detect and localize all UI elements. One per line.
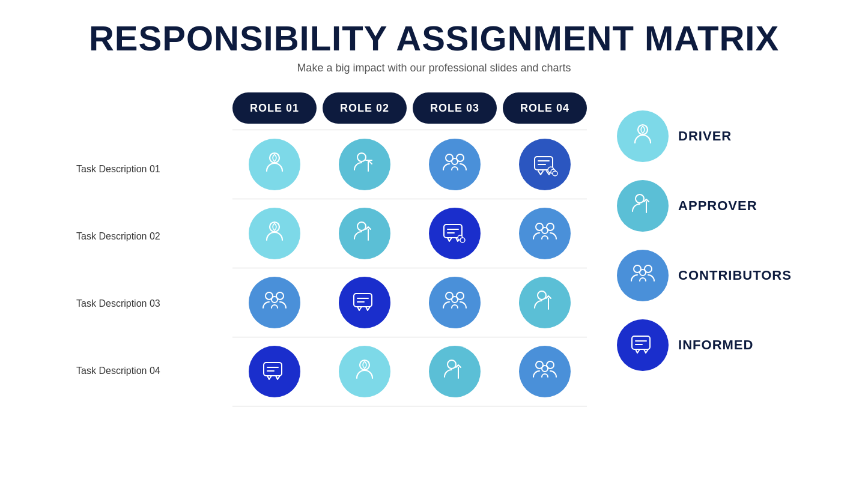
contributors-label: CONTRIBUTORS [678,268,792,283]
approver-icon-circle [519,277,571,328]
informed-label: INFORMED [678,337,753,353]
informed-icon-circle [429,208,481,259]
cell-r3-c3 [413,277,497,328]
svg-point-42 [542,366,548,372]
table-row [232,199,587,268]
contributors-icon-circle [429,139,481,190]
cell-r1-c3 [413,139,497,190]
approver-label: APPROVER [678,198,757,214]
task-label-2: Task Description 02 [76,203,232,270]
table-row [232,268,587,337]
task-label-3: Task Description 03 [76,270,232,337]
informed-icon-circle [339,277,390,328]
contributors-icon-circle [519,346,571,397]
contributors-legend-icon [617,250,669,301]
role-header-1: ROLE 01 [232,92,317,124]
driver-label: DRIVER [678,128,732,144]
page-subtitle: Make a big impact with our professional … [89,62,779,74]
svg-point-11 [553,171,557,176]
cell-r4-c3 [413,346,497,397]
driver-icon-circle [339,346,390,397]
approver-icon-circle [339,208,390,259]
svg-point-1 [357,153,366,161]
role-header-3: ROLE 03 [413,92,497,124]
cell-r4-c4 [503,346,587,397]
informed-icon-circle [249,346,300,397]
cell-r2-c4 [503,208,587,259]
legend-item-informed: INFORMED [617,319,792,371]
matrix-rows [232,130,587,406]
svg-point-32 [538,291,546,300]
page-header: RESPONSIBILITY ASSIGNMENT MATRIX Make a … [89,0,779,80]
cell-r1-c4 [503,139,587,190]
role-headers: ROLE 01 ROLE 02 ROLE 03 ROLE 04 [232,92,587,124]
contributors-icon-circle [249,277,300,328]
cell-r2-c1 [232,208,317,259]
contributors-icon-circle [519,208,571,259]
driver-legend-icon [617,110,669,162]
svg-point-22 [542,227,548,233]
role-header-2: ROLE 02 [323,92,407,124]
svg-point-48 [640,270,646,276]
svg-rect-49 [632,336,650,349]
driver-icon-circle [249,139,300,190]
svg-point-44 [636,194,644,203]
cell-r1-c2 [323,139,407,190]
svg-point-38 [448,360,456,369]
page-title: RESPONSIBILITY ASSIGNMENT MATRIX [89,18,779,58]
svg-point-25 [272,297,278,303]
svg-point-31 [452,297,458,303]
legend: DRIVER APPROVER [587,92,792,371]
cell-r3-c4 [503,277,587,328]
table-row [232,130,587,199]
cell-r2-c2 [323,208,407,259]
task-label-1: Task Description 01 [76,136,232,203]
cell-r3-c1 [232,277,317,328]
cell-r4-c1 [232,346,317,397]
approver-legend-icon [617,180,669,232]
task-labels: Task Description 01 Task Description 02 … [76,92,232,405]
svg-rect-26 [354,294,372,307]
legend-item-approver: APPROVER [617,180,792,232]
role-header-4: ROLE 04 [503,92,587,124]
task-label-4: Task Description 04 [76,337,232,405]
contributors-icon-circle [429,277,481,328]
svg-rect-34 [264,363,282,376]
cell-r1-c1 [232,139,317,190]
approver-icon-circle [429,346,481,397]
driver-icon-circle [249,208,300,259]
approver-icon-circle [339,139,390,190]
svg-point-5 [452,158,458,164]
cell-r4-c2 [323,346,407,397]
matrix-container: ROLE 01 ROLE 02 ROLE 03 ROLE 04 [232,92,587,406]
svg-point-19 [460,238,465,242]
table-row [232,337,587,406]
svg-point-13 [357,222,366,230]
legend-item-driver: DRIVER [617,110,792,162]
informed-icon-circle [519,139,571,190]
legend-item-contributors: CONTRIBUTORS [617,250,792,301]
content-area: Task Description 01 Task Description 02 … [0,92,868,406]
cell-r2-c3 [413,208,497,259]
informed-legend-icon [617,319,669,371]
cell-r3-c2 [323,277,407,328]
